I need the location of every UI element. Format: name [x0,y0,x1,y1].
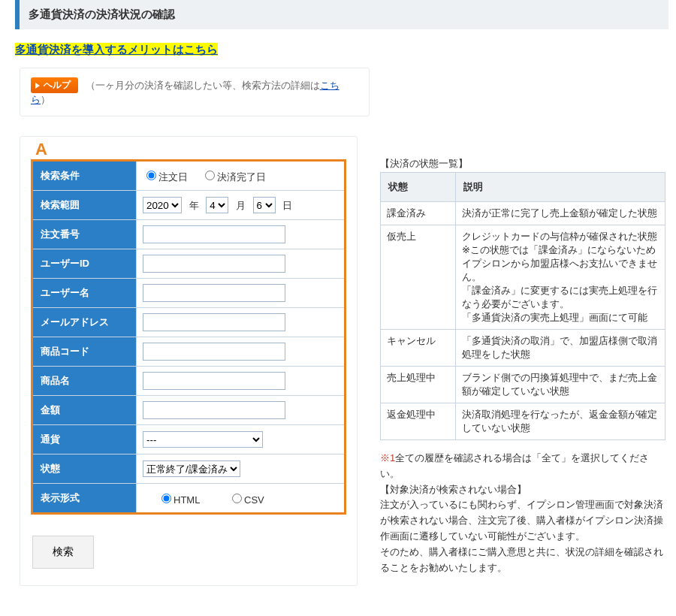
row-email: メールアドレス [33,308,345,337]
status-table-caption: 【決済の状態一覧】 [380,157,665,171]
radio-order-date[interactable]: 注文日 [143,171,188,183]
input-item-name[interactable] [143,372,285,390]
label-format: 表示形式 [33,484,137,513]
label-amount: 金額 [33,396,137,425]
label-currency: 通貨 [33,425,137,454]
status-table: 状態 説明 課金済み決済が正常に完了し売上金額が確定した状態仮売上クレジットカー… [380,172,665,440]
row-item-name: 商品名 [33,367,345,396]
select-status[interactable]: 正常終了/課金済み [143,460,240,477]
status-name: 課金済み [381,202,456,225]
label-item-name: 商品名 [33,367,137,396]
input-order-no[interactable] [143,225,285,243]
play-icon [35,83,40,89]
input-user-id[interactable] [143,255,285,273]
label-email: メールアドレス [33,308,137,337]
page-header: 多通貨決済の決済状況の確認 [15,0,668,29]
note-line3: 注文が入っているにも関わらず、イプシロン管理画面で対象決済が検索されない場合、注… [380,497,665,544]
table-row: 仮売上クレジットカードの与信枠が確保された状態 ※この状態では「課金済み」になら… [381,225,665,330]
row-user-name: ユーザー名 [33,279,345,308]
table-row: 課金済み決済が正常に完了し売上金額が確定した状態 [381,202,665,225]
status-desc: クレジットカードの与信枠が確保された状態 ※この状態では「課金済み」にならないた… [456,225,665,330]
label-status: 状態 [33,454,137,484]
table-row: 売上処理中ブランド側での円換算処理中で、まだ売上金額が確定していない状態 [381,367,665,403]
label-item-code: 商品コード [33,337,137,367]
label-range: 検索範囲 [33,191,137,220]
note-marker: ※1 [380,452,395,464]
status-desc: 決済取消処理を行なったが、返金金額が確定していない状態 [456,403,665,440]
select-day[interactable]: 6 [253,197,276,213]
table-row: キャンセル「多通貨決済の取消」で、加盟店様側で取消処理をした状態 [381,330,665,367]
radio-settle-date[interactable]: 決済完了日 [201,171,266,183]
help-button-label: ヘルプ [44,79,71,92]
search-panel: A 検索条件 注文日 決済完了日 検索範囲 2020 年 4 月 6 日 [20,136,358,586]
radio-format-csv[interactable]: CSV [228,494,264,506]
row-order-no: 注文番号 [33,220,345,249]
input-email[interactable] [143,313,285,331]
status-name: 仮売上 [381,225,456,330]
radio-format-html[interactable]: HTML [158,494,200,506]
note-line2: 【対象決済が検索されない場合】 [380,482,665,498]
row-condition: 検索条件 注文日 決済完了日 [33,162,345,191]
status-name: キャンセル [381,330,456,367]
input-user-name[interactable] [143,284,285,302]
label-user-name: ユーザー名 [33,279,137,308]
help-button[interactable]: ヘルプ [31,77,78,93]
status-header-desc: 説明 [456,173,665,202]
merit-link-wrap: 多通貨決済を導入するメリットはこちら [15,43,676,57]
label-condition: 検索条件 [33,162,137,191]
page-title: 多通貨決済の決済状況の確認 [29,8,659,22]
label-order-no: 注文番号 [33,220,137,249]
select-year[interactable]: 2020 [143,197,182,213]
notes-block: ※1全ての履歴を確認される場合は「全て」を選択してください。 【対象決済が検索さ… [380,451,665,575]
row-amount: 金額 [33,396,345,425]
status-name: 売上処理中 [381,367,456,403]
row-currency: 通貨 --- [33,425,345,454]
input-amount[interactable] [143,401,285,419]
select-month[interactable]: 4 [206,197,228,213]
table-row: 返金処理中決済取消処理を行なったが、返金金額が確定していない状態 [381,403,665,440]
note-line1: 全ての履歴を確認される場合は「全て」を選択してください。 [380,452,649,479]
status-desc: 「多通貨決済の取消」で、加盟店様側で取消処理をした状態 [456,330,665,367]
input-item-code[interactable] [143,343,285,361]
annotation-marker-a: A [35,140,345,159]
help-box: ヘルプ （一ヶ月分の決済を確認したい等、検索方法の詳細はこちら） [20,68,370,116]
status-name: 返金処理中 [381,403,456,440]
row-user-id: ユーザーID [33,249,345,279]
label-user-id: ユーザーID [33,249,137,279]
status-header-state: 状態 [381,173,456,202]
search-button[interactable]: 検索 [32,536,94,569]
select-currency[interactable]: --- [143,431,263,448]
status-desc: ブランド側での円換算処理中で、まだ売上金額が確定していない状態 [456,367,665,403]
note-line4: そのため、購入者様にご購入意思と共に、状況の詳細を確認されることをお勧めいたしま… [380,545,665,576]
status-desc: 決済が正常に完了し売上金額が確定した状態 [456,202,665,225]
merit-link[interactable]: 多通貨決済を導入するメリットはこちら [15,43,218,56]
row-range: 検索範囲 2020 年 4 月 6 日 [33,191,345,220]
row-format: 表示形式 HTML CSV [33,484,345,513]
status-panel: 【決済の状態一覧】 状態 説明 課金済み決済が正常に完了し売上金額が確定した状態… [380,136,665,575]
search-form-table: 検索条件 注文日 決済完了日 検索範囲 2020 年 4 月 6 日 注文番号 [32,161,345,513]
row-status: 状態 正常終了/課金済み [33,454,345,484]
row-item-code: 商品コード [33,337,345,367]
